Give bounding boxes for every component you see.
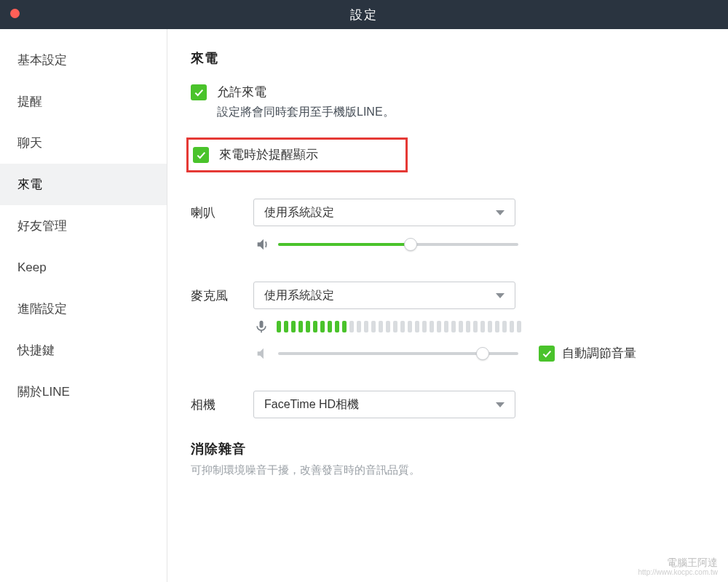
- speaker-volume-slider[interactable]: [278, 243, 518, 246]
- level-segment: [422, 321, 427, 332]
- sidebar-item-shortcuts[interactable]: 快捷鍵: [0, 330, 167, 371]
- camera-select[interactable]: FaceTime HD相機: [253, 391, 515, 418]
- sidebar-item-label: 好友管理: [17, 218, 67, 234]
- microphone-level-row: [253, 319, 699, 334]
- noise-cancellation-title: 消除雜音: [191, 440, 699, 458]
- speaker-select-value: 使用系統設定: [264, 205, 334, 220]
- watermark: 電腦王阿達 http://www.kocpc.com.tw: [638, 557, 718, 578]
- sidebar-item-keep[interactable]: Keep: [0, 247, 167, 288]
- sidebar-item-basic[interactable]: 基本設定: [0, 39, 167, 81]
- sidebar-item-chat[interactable]: 聊天: [0, 122, 167, 164]
- sidebar-item-label: 進階設定: [17, 300, 67, 317]
- auto-volume-label: 自動調節音量: [562, 346, 636, 362]
- sidebar-item-label: 關於LINE: [17, 383, 70, 400]
- settings-panel-calls: 來電 允許來電 設定將會同時套用至手機版LINE。 來電時於提醒顯示 喇叭: [167, 29, 728, 582]
- level-segment: [466, 321, 470, 332]
- window-traffic-lights: [10, 9, 20, 18]
- level-segment: [313, 321, 317, 332]
- level-segment: [342, 321, 347, 332]
- level-segment: [291, 321, 296, 332]
- allow-calls-sublabel: 設定將會同時套用至手機版LINE。: [217, 105, 395, 120]
- level-segment: [510, 321, 514, 332]
- chevron-down-icon: [496, 293, 505, 298]
- check-icon: [541, 348, 553, 359]
- camera-row: 相機 FaceTime HD相機: [191, 391, 699, 418]
- chevron-down-icon: [496, 210, 505, 215]
- level-segment: [277, 321, 281, 332]
- level-segment: [451, 321, 456, 332]
- level-segment: [393, 321, 397, 332]
- level-segment: [473, 321, 478, 332]
- show-in-notification-label: 來電時於提醒顯示: [219, 147, 318, 163]
- check-icon: [195, 149, 207, 161]
- level-segment: [386, 321, 390, 332]
- camera-label: 相機: [191, 396, 253, 413]
- noise-cancellation-section: 消除雜音 可抑制環境噪音干擾，改善發言時的音訊品質。: [191, 440, 699, 477]
- slider-thumb[interactable]: [404, 238, 417, 251]
- sidebar-item-notifications[interactable]: 提醒: [0, 81, 167, 122]
- slider-thumb[interactable]: [476, 347, 489, 360]
- settings-window: 設定 基本設定 提醒 聊天 來電 好友管理 Keep 進階設定 快捷鍵 關於LI…: [0, 0, 728, 582]
- settings-sidebar: 基本設定 提醒 聊天 來電 好友管理 Keep 進階設定 快捷鍵 關於LINE: [0, 29, 167, 582]
- level-segment: [335, 321, 339, 332]
- watermark-url: http://www.kocpc.com.tw: [638, 567, 718, 578]
- level-segment: [430, 321, 434, 332]
- level-segment: [371, 321, 376, 332]
- sidebar-item-label: 提醒: [17, 93, 42, 110]
- allow-calls-checkbox[interactable]: [191, 84, 207, 100]
- noise-cancellation-desc: 可抑制環境噪音干擾，改善發言時的音訊品質。: [191, 463, 699, 477]
- sidebar-item-label: 快捷鍵: [17, 342, 55, 359]
- window-title: 設定: [0, 7, 728, 23]
- allow-calls-label: 允許來電: [217, 84, 395, 100]
- level-segment: [284, 321, 288, 332]
- speaker-select[interactable]: 使用系統設定: [253, 199, 515, 226]
- speaker-row: 喇叭 使用系統設定: [191, 199, 699, 226]
- level-segment: [495, 321, 499, 332]
- sidebar-item-label: 基本設定: [17, 52, 67, 68]
- watermark-brand: 電腦王阿達: [638, 557, 718, 567]
- microphone-level-meter: [277, 321, 521, 332]
- section-title-calls: 來電: [191, 49, 699, 67]
- microphone-icon: [253, 319, 269, 334]
- sidebar-item-about[interactable]: 關於LINE: [0, 371, 167, 412]
- sidebar-item-label: 來電: [17, 176, 42, 193]
- level-segment: [357, 321, 361, 332]
- level-segment: [349, 321, 354, 332]
- level-segment: [415, 321, 419, 332]
- level-segment: [408, 321, 412, 332]
- level-segment: [298, 321, 303, 332]
- level-segment: [502, 321, 507, 332]
- show-in-notification-checkbox[interactable]: [193, 147, 209, 163]
- microphone-row: 麥克風 使用系統設定: [191, 282, 699, 309]
- speaker-muted-icon: [253, 346, 272, 362]
- speaker-icon: [253, 236, 272, 252]
- level-segment: [444, 321, 448, 332]
- check-icon: [193, 87, 205, 98]
- sidebar-item-advanced[interactable]: 進階設定: [0, 288, 167, 330]
- level-segment: [320, 321, 325, 332]
- level-segment: [400, 321, 405, 332]
- level-segment: [364, 321, 368, 332]
- sidebar-item-friends[interactable]: 好友管理: [0, 205, 167, 247]
- auto-volume-checkbox[interactable]: [539, 346, 555, 362]
- body: 基本設定 提醒 聊天 來電 好友管理 Keep 進階設定 快捷鍵 關於LINE …: [0, 29, 728, 582]
- sidebar-item-label: Keep: [17, 260, 47, 275]
- microphone-select-value: 使用系統設定: [264, 288, 334, 303]
- level-segment: [517, 321, 521, 332]
- level-segment: [480, 321, 485, 332]
- level-segment: [459, 321, 463, 332]
- level-segment: [306, 321, 310, 332]
- close-window-button[interactable]: [10, 9, 20, 18]
- allow-calls-row: 允許來電 設定將會同時套用至手機版LINE。: [191, 84, 699, 120]
- microphone-gain-row: 自動調節音量: [253, 346, 699, 362]
- level-segment: [379, 321, 383, 332]
- microphone-gain-slider[interactable]: [278, 352, 518, 355]
- chevron-down-icon: [496, 402, 505, 407]
- microphone-select[interactable]: 使用系統設定: [253, 282, 515, 309]
- sidebar-item-label: 聊天: [17, 135, 42, 151]
- sidebar-item-calls[interactable]: 來電: [0, 164, 167, 205]
- speaker-label: 喇叭: [191, 204, 253, 221]
- microphone-label: 麥克風: [191, 287, 253, 304]
- level-segment: [437, 321, 441, 332]
- auto-volume-row: 自動調節音量: [539, 346, 636, 362]
